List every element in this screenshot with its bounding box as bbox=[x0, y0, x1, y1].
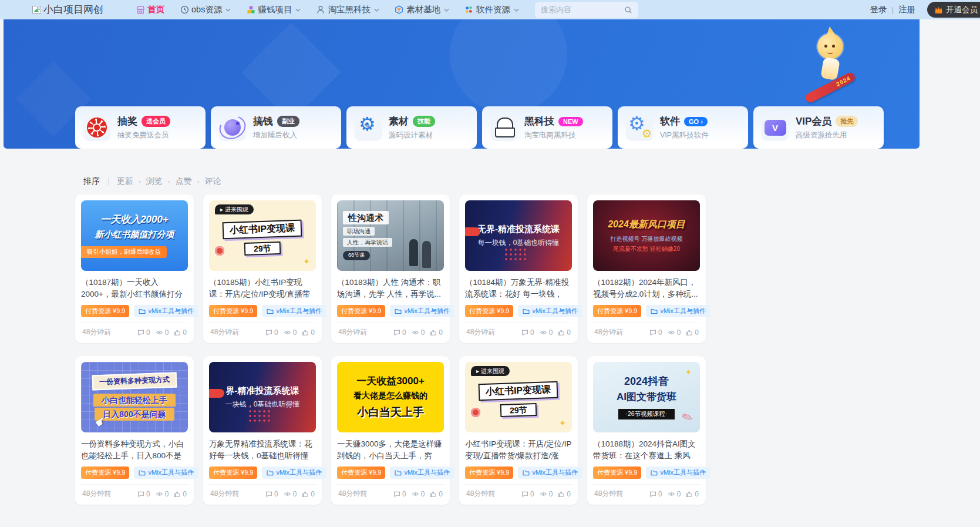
nav-icon bbox=[464, 5, 474, 15]
card-title[interactable]: （10185期）小红书IP变现课：开店/定位/IP变现/直播带货/... bbox=[209, 277, 316, 300]
nav-item-taobao[interactable]: 淘宝黑科技 bbox=[308, 4, 387, 15]
card-thumbnail[interactable]: 性沟通术职场沟通人性，再学说话66节课 bbox=[337, 200, 444, 271]
price-badge[interactable]: 付费资源 ¥9.9 bbox=[593, 305, 641, 317]
resource-card[interactable]: 界-精准投流系统课一块钱，0基础也听得懂 万象无界精准投流系统课：花好每一块钱，… bbox=[203, 356, 322, 505]
category-title: 抽奖 bbox=[117, 115, 137, 128]
category-desc: 抽奖免费送会员 bbox=[117, 130, 170, 140]
search-box[interactable] bbox=[535, 2, 638, 18]
price-badge[interactable]: 付费资源 ¥9.9 bbox=[337, 305, 385, 317]
card-thumbnail[interactable]: 无界-精准投流系统课每一块钱，0基础也听得懂 bbox=[465, 200, 572, 271]
price-badge[interactable]: 付费资源 ¥9.9 bbox=[81, 305, 129, 317]
auth-links: 登录 | 注册 bbox=[870, 4, 915, 15]
card-title[interactable]: （10182期）2024年新风口，视频号分成2.0计划，多种玩... bbox=[593, 277, 700, 300]
thumbnail-text: 29节 bbox=[500, 403, 537, 417]
view-count: 0 bbox=[540, 490, 553, 498]
card-thumbnail[interactable]: 一份资料多种变现方式小白也能轻松上手日入800不是问题 bbox=[81, 362, 188, 432]
resource-card[interactable]: 进来围观小红书IP变现课29节 （10185期）小红书IP变现课：开店/定位/I… bbox=[203, 194, 322, 343]
card-title[interactable]: 小红书IP变现课：开店/定位/IP变现/直播带货/爆款打造/涨价... bbox=[465, 438, 572, 462]
category-tag[interactable]: vMix工具与插件 bbox=[134, 466, 198, 479]
resource-card[interactable]: 无界-精准投流系统课每一块钱，0基础也听得懂 （10184期）万象无界-精准投流… bbox=[459, 194, 578, 343]
thumbnail-text: 无界-精准投流系统课 bbox=[477, 223, 560, 235]
thumbs-up-icon bbox=[302, 491, 309, 498]
resource-card[interactable]: 一天收入2000+新小红书颜值打分项吸引小姐姐，刷爆后端收益 （10187期）一… bbox=[75, 194, 194, 343]
folder-icon bbox=[267, 308, 274, 314]
comment-icon bbox=[137, 329, 144, 336]
thumbnail-text: 2024抖音 bbox=[624, 375, 669, 388]
category-card-lottery[interactable]: 抽奖 送会员 抽奖免费送会员 bbox=[75, 106, 206, 149]
resource-card[interactable]: 2024最新风口项目打造视频号 万播放爆款视频尾流量不发愁 轻松躺赚20 （10… bbox=[587, 194, 706, 343]
price-badge[interactable]: 付费资源 ¥9.9 bbox=[465, 305, 513, 317]
sort-option-2[interactable]: 点赞 bbox=[176, 176, 192, 186]
card-thumbnail[interactable]: 一天收益3000+看大佬是怎么赚钱的小白当天上手 bbox=[337, 362, 444, 432]
resource-card[interactable]: 性沟通术职场沟通人性，再学说话66节课 （10183期）人性 沟通术：职场沟通，… bbox=[331, 194, 450, 343]
price-badge[interactable]: 付费资源 ¥9.9 bbox=[209, 305, 257, 317]
card-thumbnail[interactable]: 进来围观小红书IP变现课29节 bbox=[465, 362, 572, 432]
search-icon[interactable] bbox=[624, 6, 632, 14]
eye-icon bbox=[540, 491, 547, 498]
category-tag[interactable]: vMix工具与插件 bbox=[262, 466, 326, 479]
price-badge[interactable]: 付费资源 ¥9.9 bbox=[593, 466, 641, 479]
resource-card[interactable]: 2024抖音AI图文带货班·26节视频课程· （10188期）2024抖音AI图… bbox=[587, 356, 706, 505]
card-title[interactable]: 一份资料多种变现方式，小白也能轻松上手，日入800不是问题 bbox=[81, 438, 188, 462]
category-card-gears[interactable]: 软件 GO › VIP黑科技软件 bbox=[618, 106, 748, 149]
nav-item-obs[interactable]: obs资源 bbox=[172, 4, 238, 15]
price-badge[interactable]: 付费资源 ¥9.9 bbox=[465, 466, 513, 479]
sort-option-1[interactable]: 浏览 bbox=[146, 176, 163, 186]
card-title[interactable]: （10188期）2024抖音AI图文带货班：在这个赛道上 乘风破... bbox=[593, 438, 700, 462]
thumbnail-text: 29节 bbox=[244, 241, 281, 256]
thumbnail-text: 一份资料多种变现方式 bbox=[92, 372, 177, 391]
sort-option-3[interactable]: 评论 bbox=[205, 176, 221, 186]
thumbs-up-icon bbox=[174, 491, 181, 498]
site-logo[interactable]: 小白项目网创 bbox=[32, 3, 103, 16]
folder-icon bbox=[139, 308, 146, 314]
eye-icon bbox=[284, 491, 291, 498]
card-title[interactable]: 万象无界精准投流系统课：花好每一块钱，0基础也听得懂（... bbox=[209, 438, 316, 462]
category-tag[interactable]: vMix工具与插件 bbox=[646, 305, 710, 317]
resource-card[interactable]: 一天收益3000+看大佬是怎么赚钱的小白当天上手 一天赚3000多，大佬是这样赚… bbox=[331, 356, 450, 505]
card-title[interactable]: （10183期）人性 沟通术：职场沟通，先学 人性，再学说... bbox=[337, 277, 444, 300]
resource-card[interactable]: 一份资料多种变现方式小白也能轻松上手日入800不是问题 一份资料多种变现方式，小… bbox=[75, 356, 194, 505]
like-count: 0 bbox=[430, 490, 443, 498]
category-card-hacker[interactable]: 黑科技 NEW 淘宝电商黑科技 bbox=[482, 106, 612, 149]
card-thumbnail[interactable]: 一天收入2000+新小红书颜值打分项吸引小姐姐，刷爆后端收益 bbox=[81, 200, 188, 271]
category-card-design[interactable]: 素材 技能 源码设计素材 bbox=[346, 106, 477, 149]
category-tag[interactable]: vMix工具与插件 bbox=[518, 305, 582, 317]
card-thumbnail[interactable]: 2024最新风口项目打造视频号 万播放爆款视频尾流量不发愁 轻松躺赚20 bbox=[593, 200, 700, 271]
card-title[interactable]: （10184期）万象无界-精准投流系统课：花好 每一块钱，0... bbox=[465, 277, 572, 300]
eye-icon bbox=[412, 491, 419, 498]
login-link[interactable]: 登录 bbox=[870, 4, 887, 15]
register-link[interactable]: 注册 bbox=[898, 4, 915, 15]
category-title: 软件 bbox=[660, 115, 680, 128]
category-tag[interactable]: vMix工具与插件 bbox=[262, 305, 326, 317]
nav-item-home[interactable]: 首页 bbox=[128, 4, 172, 15]
category-tag[interactable]: vMix工具与插件 bbox=[390, 466, 454, 479]
thumbs-up-icon bbox=[430, 329, 437, 336]
nav-item-material[interactable]: 素材基地 bbox=[387, 4, 457, 15]
card-thumbnail[interactable]: 进来围观小红书IP变现课29节 bbox=[209, 200, 316, 271]
eye-icon bbox=[668, 329, 675, 336]
category-tag[interactable]: vMix工具与插件 bbox=[518, 466, 582, 479]
price-badge[interactable]: 付费资源 ¥9.9 bbox=[337, 466, 385, 479]
vip-button[interactable]: 开通会员 bbox=[927, 2, 980, 18]
price-badge[interactable]: 付费资源 ¥9.9 bbox=[209, 466, 257, 479]
nav-icon bbox=[316, 5, 325, 15]
category-badge: 技能 bbox=[413, 116, 435, 127]
comment-count: 0 bbox=[265, 490, 278, 498]
card-title[interactable]: 一天赚3000多，大佬是这样赚到钱的，小白当天上手，穷人... bbox=[337, 438, 444, 462]
category-tag[interactable]: vMix工具与插件 bbox=[646, 466, 710, 479]
search-input[interactable] bbox=[541, 5, 624, 14]
sort-option-0[interactable]: 更新 bbox=[117, 176, 133, 186]
category-card-vip[interactable]: VIP会员 抢先 高级资源抢先用 bbox=[753, 106, 884, 149]
card-thumbnail[interactable]: 2024抖音AI图文带货班·26节视频课程· bbox=[593, 362, 700, 432]
resource-card[interactable]: 进来围观小红书IP变现课29节 小红书IP变现课：开店/定位/IP变现/直播带货… bbox=[459, 356, 578, 505]
card-thumbnail[interactable]: 界-精准投流系统课一块钱，0基础也听得懂 bbox=[209, 362, 316, 432]
comment-count: 0 bbox=[137, 328, 150, 337]
like-count: 0 bbox=[558, 490, 571, 498]
category-tag[interactable]: vMix工具与插件 bbox=[390, 305, 454, 317]
nav-item-money[interactable]: 赚钱项目 bbox=[238, 4, 308, 15]
price-badge[interactable]: 付费资源 ¥9.9 bbox=[81, 466, 129, 479]
card-title[interactable]: （10187期）一天收入2000+，最新小红书颜值打分项目，吸... bbox=[81, 277, 188, 300]
nav-item-software[interactable]: 软件资源 bbox=[457, 4, 527, 15]
category-tag[interactable]: vMix工具与插件 bbox=[134, 305, 198, 317]
category-card-planet[interactable]: 搞钱 副业 增加睡后收入 bbox=[211, 106, 341, 149]
